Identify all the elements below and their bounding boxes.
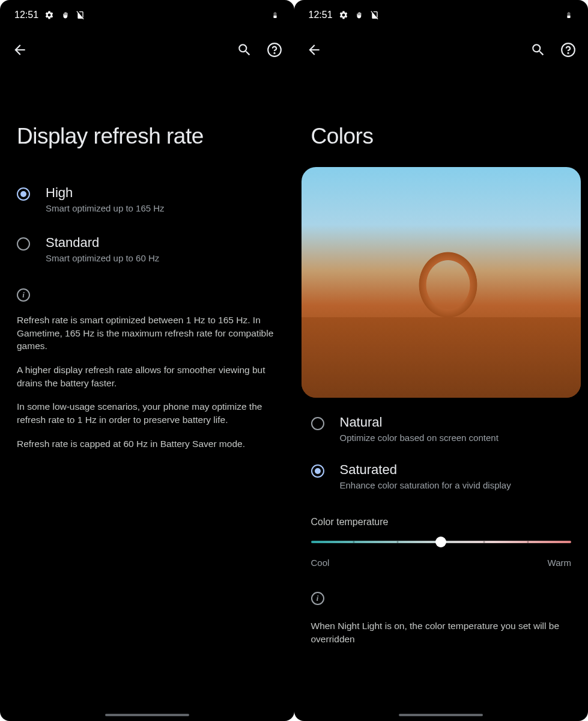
back-button[interactable] (306, 42, 322, 58)
option-natural[interactable]: Natural Optimize color based on screen c… (294, 410, 589, 457)
battery-icon (564, 10, 574, 20)
option-title: Saturated (340, 462, 572, 478)
no-sim-icon (76, 10, 85, 20)
slider-thumb[interactable] (435, 537, 446, 547)
battery-icon (270, 10, 280, 20)
svg-point-1 (274, 53, 274, 53)
info-text: When Night Light is on, the color temper… (311, 619, 572, 645)
svg-point-3 (568, 53, 568, 53)
option-high[interactable]: High Smart optimized up to 165 Hz (0, 179, 294, 229)
help-button[interactable] (267, 42, 282, 58)
radio-high[interactable] (17, 187, 30, 201)
info-paragraph: Refresh rate is capped at 60 Hz in Batte… (17, 437, 277, 451)
option-title: Natural (340, 415, 572, 430)
back-button[interactable] (12, 42, 28, 58)
color-temperature-slider[interactable] (294, 532, 589, 548)
option-subtitle: Smart optimized up to 60 Hz (46, 252, 277, 264)
info-paragraph: A higher display refresh rate allows for… (17, 364, 277, 389)
option-subtitle: Smart optimized up to 165 Hz (46, 202, 277, 214)
status-bar: 12:51 (0, 0, 294, 20)
page-title: Colors (294, 58, 589, 167)
info-paragraph: In some low-usage scenarios, your phone … (17, 400, 277, 426)
no-sim-icon (370, 10, 380, 20)
status-time: 12:51 (14, 10, 38, 20)
app-bar (294, 20, 589, 58)
hand-icon (60, 10, 70, 20)
search-button[interactable] (237, 42, 252, 58)
option-title: High (46, 185, 277, 201)
option-subtitle: Enhance color saturation for a vivid dis… (340, 479, 572, 491)
page-title: Display refresh rate (0, 58, 294, 179)
info-icon: i (311, 592, 324, 605)
option-title: Standard (46, 235, 277, 251)
screen-colors: 12:51 Colors Natural Optimize color base… (294, 0, 589, 721)
radio-natural[interactable] (311, 417, 324, 430)
slider-cool-label: Cool (311, 558, 330, 568)
color-temperature-label: Color temperature (294, 505, 589, 532)
info-text: Refresh rate is smart optimized between … (0, 314, 294, 451)
app-bar (0, 20, 294, 58)
gear-icon (339, 10, 348, 20)
gesture-bar[interactable] (105, 714, 189, 716)
search-button[interactable] (530, 42, 546, 58)
status-time: 12:51 (309, 10, 333, 20)
radio-saturated[interactable] (311, 464, 324, 478)
hand-icon (354, 10, 364, 20)
option-saturated[interactable]: Saturated Enhance color saturation for a… (294, 457, 589, 505)
radio-standard[interactable] (17, 237, 30, 251)
status-bar: 12:51 (294, 0, 589, 20)
info-icon: i (17, 288, 30, 302)
option-subtitle: Optimize color based on screen content (340, 431, 572, 444)
screen-refresh-rate: 12:51 Display refresh rate High Smart op… (0, 0, 294, 721)
gesture-bar[interactable] (399, 714, 483, 716)
info-paragraph: Refresh rate is smart optimized between … (17, 314, 277, 353)
slider-warm-label: Warm (548, 558, 571, 568)
gear-icon (44, 10, 54, 20)
help-button[interactable] (560, 42, 576, 58)
color-preview-image (302, 167, 581, 398)
option-standard[interactable]: Standard Smart optimized up to 60 Hz (0, 229, 294, 279)
